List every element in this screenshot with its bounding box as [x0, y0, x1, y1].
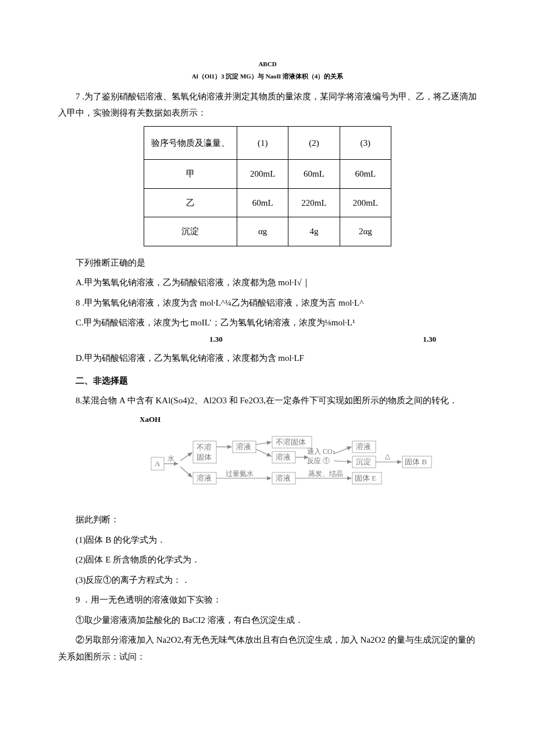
cell: 60mL: [237, 188, 288, 217]
q7-stem: 7 .为了鉴别硝酸铝溶液、氢氧化钠溶液并测定其物质的量浓度，某同学将溶液编号为甲…: [58, 88, 477, 121]
q8-stem: 8.某混合物 A 中含有 KAl(So4)2、Al2O3 和 Fe2O3,在一定…: [58, 392, 477, 409]
svg-text:蒸发、结晶: 蒸发、结晶: [308, 470, 343, 478]
q9-sub2: ②另取部分溶液加入 Na2O2,有无色无味气体放出且有白色沉淀生成，加入 Na2…: [58, 632, 477, 665]
q7-table: 验序号物质及瀛量、 (1) (2) (3) 甲 200mL 60mL 60mL …: [144, 126, 391, 246]
q8-sub1: (1)固体 B 的化学式为．: [58, 532, 477, 549]
q8-sub2: (2)固体 E 所含物质的化学式为．: [58, 551, 477, 568]
svg-text:通入 CO₂: 通入 CO₂: [307, 447, 336, 456]
num-right: 1.30: [423, 332, 436, 347]
cell: 60mL: [288, 160, 340, 189]
table-row: 沉淀 αg 4g 2αg: [144, 217, 391, 246]
svg-line-12: [180, 453, 192, 461]
svg-text:溶液: 溶液: [356, 442, 371, 451]
num-left: 1.30: [209, 332, 223, 347]
svg-line-19: [334, 461, 351, 462]
svg-text:固体 B: 固体 B: [405, 457, 427, 466]
header-abcd: ABCD: [58, 58, 477, 70]
section-2-head: 二、非选择题: [76, 372, 477, 389]
svg-text:固体: 固体: [197, 453, 212, 461]
cell: αg: [237, 217, 288, 246]
table-row: 乙 60mL 220mL 200mL: [144, 188, 391, 217]
cell: 乙: [144, 188, 237, 217]
cell: 60mL: [340, 160, 391, 189]
svg-text:溶液: 溶液: [197, 474, 212, 482]
svg-text:固体 E: 固体 E: [355, 474, 376, 482]
cell: (1): [237, 126, 288, 160]
svg-text:溶液: 溶液: [276, 453, 291, 461]
svg-line-16: [256, 449, 271, 456]
q8-diagram: A 水 不溶 固体 溶液 溶液 不溶固体 溶液 溶液 通入 CO₂ 反应 ① 溶…: [93, 431, 477, 506]
header-relation: Al（Ol1）3 沉淀 MG）与 NaoIl 溶液体积（4）的关系: [58, 70, 477, 83]
q9-sub1: ①取少量溶液滴加盐酸化的 BaCI2 溶液，有白色沉淀生成．: [58, 612, 477, 629]
cell: 沉淀: [144, 217, 237, 246]
q7-option-a: A.甲为氢氧化钠溶液，乙为硝酸铝溶液，浓度都为急 mol·I√｜: [58, 274, 477, 291]
cell: 200mL: [237, 160, 288, 189]
table-row: 验序号物质及瀛量、 (1) (2) (3): [144, 126, 391, 160]
svg-text:沉淀: 沉淀: [356, 457, 371, 466]
svg-text:过量氨水: 过量氨水: [226, 470, 254, 478]
cell: (3): [340, 126, 391, 160]
cell: 验序号物质及瀛量、: [144, 126, 237, 160]
svg-line-15: [256, 442, 271, 445]
q7-option-b: 8 .甲为氢氧化钠溶液，浓度为含 mol·L^¼乙为硝酸铝溶液，浓度为言 mol…: [58, 295, 477, 311]
table-row: 甲 200mL 60mL 60mL: [144, 160, 391, 189]
q7-lead: 下列推断正确的是: [58, 255, 477, 271]
flow-diagram-svg: A 水 不溶 固体 溶液 溶液 不溶固体 溶液 溶液 通入 CO₂ 反应 ① 溶…: [134, 431, 436, 500]
q8-sub3: (3)反应①的离子方程式为：．: [58, 572, 477, 589]
cell: 甲: [144, 160, 237, 189]
q7-option-d: D.甲为硝酸铝溶液，乙为氢氧化钠溶液，浓度都为含 mol·LF: [58, 350, 477, 367]
svg-line-18: [334, 447, 351, 454]
svg-text:溶液: 溶液: [236, 442, 251, 451]
cell: (2): [288, 126, 340, 160]
q8-tail: 据此判断：: [58, 511, 477, 528]
svg-text:不溶: 不溶: [197, 443, 212, 452]
q7-mid-numbers: 1.30 1.30: [58, 332, 477, 347]
q9-stem: 9 ．用一无色透明的溶液做如下实验：: [58, 592, 477, 608]
svg-text:溶液: 溶液: [276, 474, 291, 482]
cell: 2αg: [340, 217, 391, 246]
svg-text:A: A: [155, 459, 160, 468]
svg-line-13: [180, 467, 192, 477]
svg-text:水: 水: [167, 454, 174, 463]
cell: 4g: [288, 217, 340, 246]
svg-text:不溶固体: 不溶固体: [276, 438, 306, 446]
svg-text:△: △: [385, 452, 391, 460]
cell: 220mL: [288, 188, 340, 217]
svg-text:反应 ①: 反应 ①: [307, 457, 330, 465]
cell: 200mL: [340, 188, 391, 217]
naoh-label: XaOH: [140, 413, 477, 427]
q7-option-c: C.甲为硝酸铝溶液，浓度为七 moIL'；乙为氢氧化钠溶液，浓度为⅛mol·L¹: [58, 314, 477, 331]
